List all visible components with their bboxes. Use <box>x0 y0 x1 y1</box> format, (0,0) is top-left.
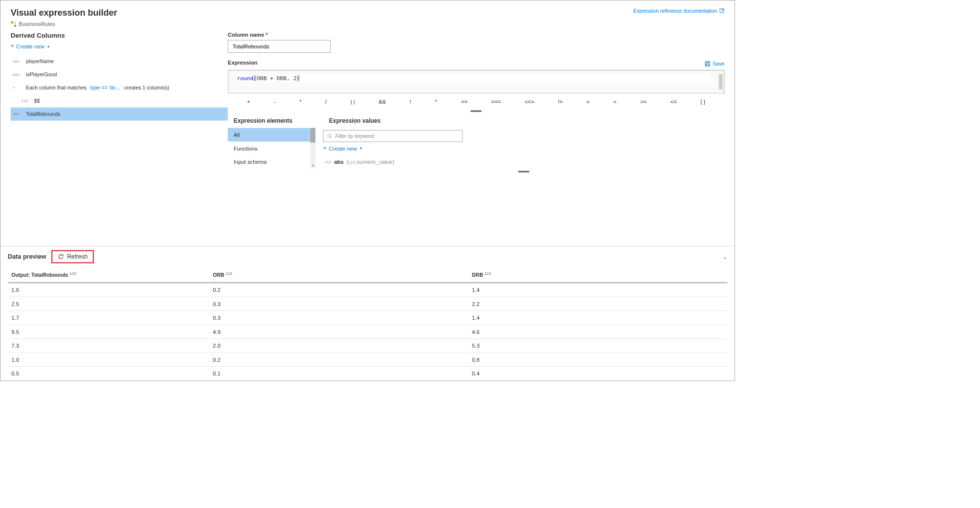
table-cell: 0.3 <box>209 297 468 311</box>
table-cell: 7.3 <box>8 339 209 353</box>
table-row: 1.60.21.4 <box>8 283 728 297</box>
column-header[interactable]: ORB 123 <box>209 267 468 283</box>
table-cell: 4.9 <box>209 325 468 339</box>
plus-icon: + <box>323 145 327 152</box>
table-cell: 5.3 <box>468 339 728 353</box>
table-row: 9.54.94.6 <box>8 325 728 339</box>
type-badge: ANY <box>13 112 22 116</box>
operator-button[interactable]: < <box>610 98 620 106</box>
create-new-column-button[interactable]: + Create new ▼ <box>11 43 228 50</box>
refresh-button[interactable]: Refresh <box>51 250 94 264</box>
operator-button[interactable]: / <box>322 98 330 106</box>
table-cell: 0.4 <box>468 367 728 381</box>
column-header[interactable]: DRB 123 <box>468 267 728 283</box>
operator-button[interactable]: + <box>244 98 253 106</box>
doc-link-label: Expression reference documentation <box>633 8 717 14</box>
element-item-input-schema[interactable]: Input schema <box>228 155 315 169</box>
drag-handle[interactable] <box>518 171 530 173</box>
caret-down-icon: ▾ <box>13 86 22 89</box>
operator-button[interactable]: == <box>458 98 470 106</box>
operator-button[interactable]: >= <box>637 98 649 106</box>
table-cell: 0.5 <box>8 367 209 381</box>
refresh-icon <box>58 254 65 261</box>
table-row: 1.70.31.4 <box>8 311 728 325</box>
table-row: 1.00.20.8 <box>8 353 728 367</box>
table-row: 2.50.32.2 <box>8 297 728 311</box>
element-item-all[interactable]: All <box>228 128 315 142</box>
table-cell: 1.4 <box>468 311 728 325</box>
chevron-down-icon: ⌄ <box>723 254 727 260</box>
page-title: Visual expression builder <box>11 8 117 18</box>
operator-button[interactable]: === <box>489 98 504 106</box>
svg-rect-2 <box>14 25 16 27</box>
table-cell: 0.8 <box>468 353 728 367</box>
function-item-abs[interactable]: 123 abs(123 numeric_value) <box>323 156 725 167</box>
expression-elements-title: Expression elements <box>228 114 315 128</box>
operator-button[interactable]: && <box>376 98 389 106</box>
table-cell: 1.7 <box>8 311 209 325</box>
table-cell: 0.3 <box>209 311 468 325</box>
search-icon <box>327 133 333 139</box>
transform-icon <box>11 21 17 27</box>
scrollbar[interactable] <box>719 74 723 90</box>
operator-button[interactable]: <= <box>668 98 680 106</box>
create-new-value-button[interactable]: + Create new ▼ <box>323 145 725 152</box>
collapse-button[interactable]: ⌄ <box>723 254 727 260</box>
type-badge: abc <box>13 59 22 63</box>
table-cell: 9.5 <box>8 325 209 339</box>
preview-table: Output: TotalRebounds 123ORB 123DRB 123 … <box>8 267 728 380</box>
operator-button[interactable]: * <box>296 98 304 106</box>
column-name-input[interactable] <box>228 40 331 53</box>
filter-input[interactable]: Filter by keyword <box>323 130 463 142</box>
operator-button[interactable]: <=> <box>522 98 537 106</box>
expression-label: Expression <box>228 60 258 66</box>
chevron-down-icon: ▼ <box>359 146 362 150</box>
column-item-totalrebounds[interactable]: ANY TotalRebounds <box>11 108 228 121</box>
table-cell: 2.0 <box>209 339 468 353</box>
scroll-down-icon[interactable]: ▾ <box>311 164 316 169</box>
column-header[interactable]: Output: TotalRebounds 123 <box>8 267 209 283</box>
operator-button[interactable]: > <box>583 98 593 106</box>
scrollbar-thumb[interactable] <box>311 128 316 143</box>
table-cell: 2.2 <box>468 297 728 311</box>
plus-icon: + <box>11 43 14 50</box>
type-badge: 123 <box>21 99 31 103</box>
expression-values-title: Expression values <box>323 114 725 128</box>
column-list: abc playerName abc isPlayerGood ▾ Each c… <box>11 55 228 121</box>
drag-handle[interactable] <box>470 110 482 112</box>
operator-bar: +-*/| |&&!^=====<=>!=><>=<=[ ] <box>228 93 725 110</box>
table-cell: 1.0 <box>8 353 209 367</box>
column-item-isplayergood[interactable]: abc isPlayerGood <box>11 68 228 81</box>
scrollbar[interactable]: ▾ <box>311 128 316 169</box>
table-cell: 4.6 <box>468 325 728 339</box>
save-icon <box>705 61 711 66</box>
table-cell: 0.2 <box>209 283 468 297</box>
table-row: 7.32.05.3 <box>8 339 728 353</box>
svg-rect-4 <box>707 62 709 63</box>
data-preview-title: Data preview <box>8 253 46 261</box>
operator-button[interactable]: [ ] <box>697 98 708 106</box>
operator-button[interactable]: - <box>271 98 279 106</box>
type-badge: abc <box>13 72 22 76</box>
table-cell: 0.1 <box>209 367 468 381</box>
derived-columns-title: Derived Columns <box>11 32 228 40</box>
type-badge: 123 <box>325 160 332 164</box>
column-item-dollar[interactable]: 123 $$ <box>11 94 228 108</box>
operator-button[interactable]: | | <box>348 98 358 106</box>
external-link-icon <box>719 8 725 14</box>
table-row: 0.50.10.4 <box>8 367 728 381</box>
save-button[interactable]: Save <box>705 61 724 66</box>
operator-button[interactable]: ^ <box>432 98 440 106</box>
doc-link[interactable]: Expression reference documentation <box>633 8 724 14</box>
operator-button[interactable]: != <box>555 98 566 106</box>
expression-editor[interactable]: round(ORB + DRB, 2) <box>228 70 725 93</box>
element-item-functions[interactable]: Functions <box>228 142 315 155</box>
column-match-row[interactable]: ▾ Each column that matches type == 'do… … <box>11 81 228 94</box>
column-item-playername[interactable]: abc playerName <box>11 55 228 68</box>
chevron-down-icon: ▼ <box>46 44 50 48</box>
table-cell: 1.4 <box>468 283 728 297</box>
table-cell: 0.2 <box>209 353 468 367</box>
column-name-label: Column name * <box>228 32 725 38</box>
operator-button[interactable]: ! <box>407 98 414 106</box>
svg-point-6 <box>328 134 331 137</box>
